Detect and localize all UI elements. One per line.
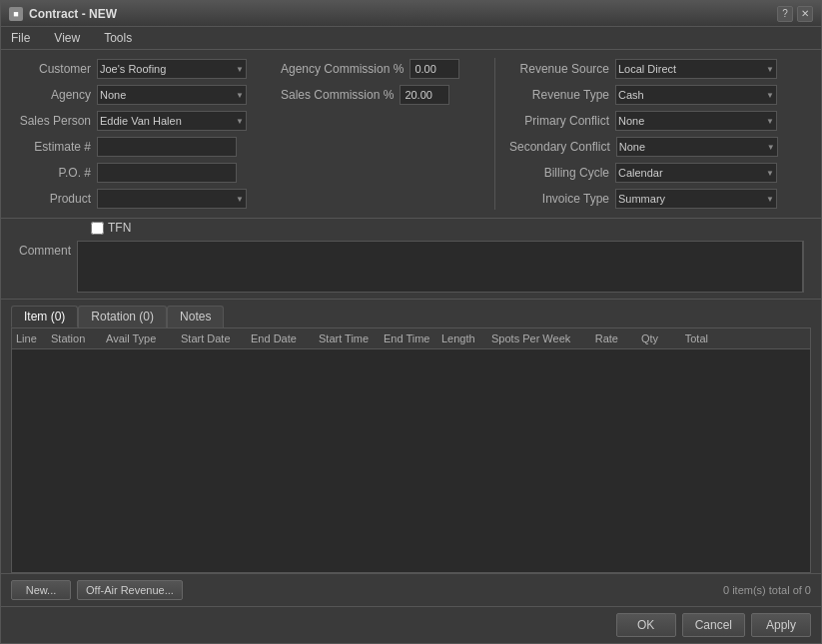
bottom-left-buttons: New... Off-Air Revenue... — [11, 580, 183, 600]
primary-conflict-select[interactable]: None — [615, 111, 777, 131]
main-window: ■ Contract - NEW ? ✕ File View Tools Cus… — [0, 0, 822, 644]
col-qty: Qty — [622, 332, 662, 344]
comment-scrollbar[interactable] — [803, 241, 811, 293]
tab-notes[interactable]: Notes — [167, 306, 224, 327]
revenue-type-row: Revenue Type Cash — [509, 84, 779, 106]
revenue-source-row: Revenue Source Local Direct — [509, 58, 779, 80]
sales-commission-label: Sales Commission % — [281, 88, 394, 102]
col-total: Total — [662, 332, 712, 344]
titlebar-left: ■ Contract - NEW — [9, 7, 117, 21]
agency-label: Agency — [11, 88, 91, 102]
tfn-row: TFN — [1, 219, 821, 237]
sales-person-row: Sales Person Eddie Van Halen — [11, 110, 271, 132]
estimate-input[interactable] — [97, 137, 237, 157]
bottom-bar: New... Off-Air Revenue... 0 item(s) tota… — [1, 573, 821, 606]
col-end-time: End Time — [380, 332, 437, 344]
window-icon: ■ — [9, 7, 23, 21]
invoice-type-select-wrapper: Summary — [615, 189, 777, 209]
revenue-source-select[interactable]: Local Direct — [615, 59, 777, 79]
menu-view[interactable]: View — [48, 29, 86, 47]
col-length: Length — [437, 332, 487, 344]
titlebar: ■ Contract - NEW ? ✕ — [1, 1, 821, 27]
agency-row: Agency None — [11, 84, 271, 106]
estimate-row: Estimate # — [11, 136, 271, 158]
billing-cycle-select-wrapper: Calendar — [615, 163, 777, 183]
agency-commission-label: Agency Commission % — [281, 62, 404, 76]
vertical-divider — [494, 58, 495, 210]
table-body — [12, 349, 810, 572]
customer-select[interactable]: Joe's Roofing — [97, 59, 247, 79]
product-row: Product — [11, 188, 271, 210]
customer-label: Customer — [11, 62, 91, 76]
agency-commission-input[interactable] — [410, 59, 459, 79]
revenue-type-label: Revenue Type — [509, 88, 609, 102]
revenue-source-select-wrapper: Local Direct — [615, 59, 777, 79]
window-title: Contract - NEW — [29, 7, 117, 21]
col-end-date: End Date — [247, 332, 315, 344]
help-button[interactable]: ? — [777, 6, 793, 22]
tab-rotation[interactable]: Rotation (0) — [78, 306, 167, 327]
agency-select-wrapper: None — [97, 85, 247, 105]
po-row: P.O. # — [11, 162, 271, 184]
comment-label: Comment — [11, 241, 71, 258]
invoice-type-label: Invoice Type — [509, 192, 609, 206]
col-start-time: Start Time — [315, 332, 380, 344]
col-rate: Rate — [577, 332, 622, 344]
po-input[interactable] — [97, 163, 237, 183]
billing-cycle-select[interactable]: Calendar — [615, 163, 777, 183]
customer-row: Customer Joe's Roofing — [11, 58, 271, 80]
estimate-label: Estimate # — [11, 140, 91, 154]
col-line: Line — [12, 332, 47, 344]
menu-file[interactable]: File — [5, 29, 36, 47]
invoice-type-select[interactable]: Summary — [615, 189, 777, 209]
sales-person-label: Sales Person — [11, 114, 91, 128]
primary-conflict-label: Primary Conflict — [509, 114, 609, 128]
tab-item[interactable]: Item (0) — [11, 306, 78, 327]
sales-person-select[interactable]: Eddie Van Halen — [97, 111, 247, 131]
billing-cycle-row: Billing Cycle Calendar — [509, 162, 779, 184]
action-bar: OK Cancel Apply — [1, 606, 821, 643]
sales-commission-input[interactable] — [400, 85, 449, 105]
close-button[interactable]: ✕ — [797, 6, 813, 22]
menubar: File View Tools — [1, 27, 821, 50]
tabs: Item (0) Rotation (0) Notes — [11, 306, 811, 327]
product-select[interactable] — [97, 189, 247, 209]
sales-person-select-wrapper: Eddie Van Halen — [97, 111, 247, 131]
apply-button[interactable]: Apply — [751, 613, 811, 637]
primary-conflict-select-wrapper: None — [615, 111, 777, 131]
form-col-1: Customer Joe's Roofing Agency None Sales… — [11, 58, 271, 210]
revenue-source-label: Revenue Source — [509, 62, 609, 76]
tfn-label: TFN — [108, 221, 131, 235]
comment-textarea[interactable] — [77, 241, 803, 293]
revenue-type-select[interactable]: Cash — [615, 85, 777, 105]
titlebar-controls: ? ✕ — [777, 6, 813, 22]
secondary-conflict-row: Secondary Conflict None — [509, 136, 779, 158]
secondary-conflict-select-wrapper: None — [616, 137, 778, 157]
form-area: Customer Joe's Roofing Agency None Sales… — [1, 50, 821, 219]
invoice-type-row: Invoice Type Summary — [509, 188, 779, 210]
form-col-3: Revenue Source Local Direct Revenue Type… — [509, 58, 779, 210]
col-spots: Spots Per Week — [487, 332, 577, 344]
product-select-wrapper — [97, 189, 247, 209]
off-air-button[interactable]: Off-Air Revenue... — [77, 580, 183, 600]
new-button[interactable]: New... — [11, 580, 71, 600]
agency-select[interactable]: None — [97, 85, 247, 105]
form-col-2: Agency Commission % Sales Commission % — [281, 58, 480, 210]
secondary-conflict-label: Secondary Conflict — [509, 140, 610, 154]
comment-wrapper — [77, 241, 811, 293]
ok-button[interactable]: OK — [616, 613, 676, 637]
cancel-button[interactable]: Cancel — [682, 613, 745, 637]
sales-commission-row: Sales Commission % — [281, 84, 480, 106]
po-label: P.O. # — [11, 166, 91, 180]
customer-select-wrapper: Joe's Roofing — [97, 59, 247, 79]
secondary-conflict-select[interactable]: None — [616, 137, 778, 157]
col-start-date: Start Date — [177, 332, 247, 344]
product-label: Product — [11, 192, 91, 206]
agency-commission-row: Agency Commission % — [281, 58, 480, 80]
tabs-area: Item (0) Rotation (0) Notes — [1, 300, 821, 327]
col-avail: Avail Type — [102, 332, 177, 344]
col-station: Station — [47, 332, 102, 344]
comment-area: Comment — [1, 237, 821, 300]
tfn-checkbox[interactable] — [91, 222, 104, 235]
menu-tools[interactable]: Tools — [98, 29, 138, 47]
